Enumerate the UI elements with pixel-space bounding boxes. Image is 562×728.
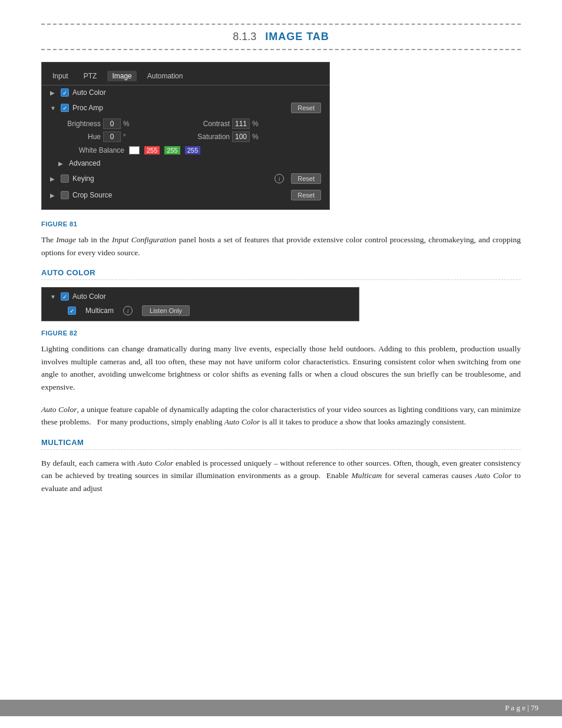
keying-checkbox[interactable] [61, 174, 69, 183]
saturation-label: Saturation [194, 133, 230, 141]
crop-source-arrow[interactable]: ▶ [50, 192, 57, 199]
contrast-unit: % [252, 120, 259, 128]
tab-input[interactable]: Input [48, 71, 73, 81]
auto-color-panel: ▼ ✓ Auto Color ✓ Multicam i Listen Only [41, 287, 359, 321]
multicam-section-title: Multicam [41, 438, 521, 450]
proc-amp-row: ▼ ✓ Proc Amp Reset [42, 100, 329, 116]
keying-info-icon[interactable]: i [275, 174, 284, 183]
contrast-field: Contrast 111 % [194, 118, 312, 129]
body-text-3: Auto Color, a unique feature capable of … [41, 403, 521, 429]
ac-options-row: ✓ Multicam i Listen Only [50, 305, 351, 316]
auto-color-arrow[interactable]: ▶ [50, 90, 57, 96]
tab-ptz[interactable]: PTZ [79, 71, 102, 81]
hue-label: Hue [65, 133, 101, 141]
keying-label: Keying [72, 174, 94, 183]
proc-amp-checkbox[interactable]: ✓ [61, 104, 69, 112]
figure-81-label: FIGURE 81 [41, 220, 521, 228]
image-tab-panel: Input PTZ Image Automation ▶ ✓ Auto Colo… [41, 62, 330, 210]
auto-color-section-title: Auto Color [41, 268, 521, 280]
auto-color-checkbox[interactable]: ✓ [61, 88, 69, 97]
keying-reset-button[interactable]: Reset [291, 173, 321, 184]
hue-value[interactable]: 0 [103, 131, 121, 142]
contrast-value[interactable]: 111 [232, 118, 250, 129]
crop-source-label: Crop Source [72, 191, 112, 199]
multicam-info-icon[interactable]: i [123, 306, 133, 315]
proc-amp-arrow[interactable]: ▼ [50, 105, 57, 111]
page: 8.1.3 IMAGE TAB Input PTZ Image Automati… [0, 0, 562, 728]
section-number: 8.1.3 [233, 31, 256, 42]
wb-blue-value[interactable]: 255 [185, 146, 200, 154]
section-title: IMAGE TAB [265, 31, 329, 42]
listen-only-button[interactable]: Listen Only [142, 305, 190, 316]
proc-amp-fields: Brightness 0 % Contrast 111 % Hue 0 ° Sa… [42, 116, 329, 144]
advanced-arrow[interactable]: ▶ [58, 160, 65, 167]
brightness-label: Brightness [65, 120, 101, 128]
proc-amp-label: Proc Amp [72, 104, 103, 112]
crop-source-reset-button[interactable]: Reset [291, 190, 321, 200]
brightness-value[interactable]: 0 [103, 118, 121, 129]
keying-arrow[interactable]: ▶ [50, 176, 57, 182]
advanced-label: Advanced [69, 159, 100, 167]
crop-source-row: ▶ Crop Source Reset [42, 187, 329, 203]
multicam-label: Multicam [85, 307, 114, 315]
hue-field: Hue 0 ° [65, 131, 183, 142]
wb-red-value[interactable]: 255 [144, 146, 160, 154]
body-text-1: The Image tab in the Input Configuration… [41, 233, 521, 259]
section-heading: 8.1.3 IMAGE TAB [41, 24, 521, 50]
ac-label: Auto Color [72, 292, 106, 301]
figure-82-label: FIGURE 82 [41, 330, 521, 337]
saturation-field: Saturation 100 % [194, 131, 312, 142]
multicam-body-text: By default, each camera with Auto Color … [41, 457, 521, 495]
contrast-label: Contrast [194, 120, 230, 128]
ac-header-row: ▼ ✓ Auto Color [50, 292, 351, 301]
wb-label: White Balance [65, 146, 124, 154]
hue-unit: ° [123, 133, 126, 141]
proc-amp-reset-button[interactable]: Reset [291, 103, 321, 113]
auto-color-row: ▶ ✓ Auto Color [42, 85, 329, 100]
multicam-checkbox[interactable]: ✓ [68, 307, 76, 315]
ac-expand-arrow[interactable]: ▼ [50, 294, 57, 300]
body-text-2: Lighting conditions can change dramatica… [41, 342, 521, 393]
page-number: P a g e | 79 [505, 703, 538, 713]
saturation-value[interactable]: 100 [232, 131, 250, 142]
tab-automation[interactable]: Automation [143, 71, 188, 81]
advanced-row: ▶ Advanced [42, 156, 329, 170]
keying-row: ▶ Keying i Reset [42, 170, 329, 187]
crop-source-checkbox[interactable] [61, 191, 69, 199]
brightness-field: Brightness 0 % [65, 118, 183, 129]
wb-green-value[interactable]: 255 [164, 146, 180, 154]
wb-swatch [129, 146, 140, 154]
saturation-unit: % [252, 133, 259, 141]
white-balance-row: White Balance 255 255 255 [42, 144, 329, 156]
tab-bar: Input PTZ Image Automation [42, 68, 329, 85]
brightness-unit: % [123, 120, 130, 128]
auto-color-label: Auto Color [72, 88, 106, 97]
tab-image[interactable]: Image [107, 71, 136, 81]
page-footer: P a g e | 79 [0, 700, 562, 716]
ac-checkbox[interactable]: ✓ [61, 292, 69, 301]
